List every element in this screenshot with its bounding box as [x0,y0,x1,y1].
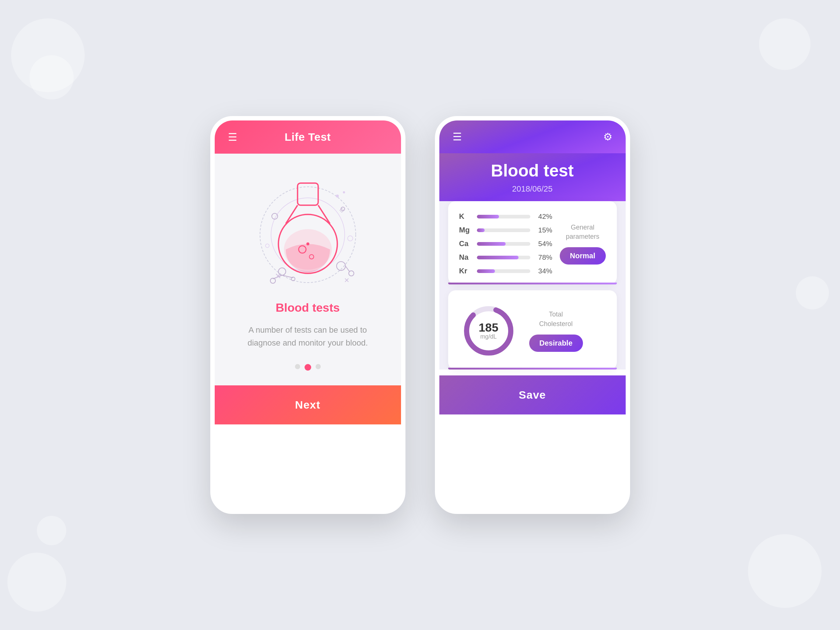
card-divider-1 [448,283,617,285]
cholesterol-card: 185 mg/dL TotalCholesterol Desirable [448,290,617,369]
param-bar-fill [477,215,499,218]
svg-point-25 [336,195,339,198]
cholesterol-value: 185 [479,321,498,333]
general-parameters-card: K42%Mg15%Ca54%Na78%Kr34% Generalparamete… [448,201,617,285]
param-value: 78% [535,253,553,261]
phone1-header: ☰ Life Test [215,120,401,154]
svg-text:◇: ◇ [339,207,344,213]
blood-tests-description: A number of tests can be used to diagnos… [245,323,371,349]
blood-tests-title: Blood tests [275,301,339,315]
svg-line-6 [318,205,330,224]
param-row: Na78% [459,253,553,261]
phone2-footer: Save [439,375,626,415]
phone1-footer: Next [215,385,401,424]
next-button[interactable]: Next [295,399,321,411]
svg-point-9 [306,242,309,245]
phone1: ☰ Life Test [210,116,406,514]
svg-point-20 [349,271,354,276]
param-bar-bg [477,228,530,232]
svg-line-5 [286,205,298,224]
params-list: K42%Mg15%Ca54%Na78%Kr34% [459,212,553,275]
app-title: Life Test [285,131,331,143]
pagination-dots [295,364,321,370]
param-label: Mg [459,226,472,234]
phone2: ☰ ⚙ Blood test 2018/06/25 K42%Mg15%Ca54%… [435,116,630,514]
normal-badge[interactable]: Normal [560,247,606,264]
donut-center: 185 mg/dL [479,321,498,340]
param-label: Ca [459,239,472,248]
param-row: Kr34% [459,267,553,275]
total-cholesterol-label: TotalCholesterol [539,310,573,328]
menu-icon[interactable]: ☰ [228,131,237,143]
cholesterol-right: TotalCholesterol Desirable [529,310,583,351]
param-bar-bg [477,242,530,246]
param-label: K [459,212,472,221]
svg-text:✕: ✕ [275,272,281,281]
svg-point-13 [347,236,353,241]
param-bar-bg [477,269,530,273]
params-right: Generalparameters Normal [560,223,606,264]
general-params-label: Generalparameters [566,223,600,241]
svg-text:✕: ✕ [344,277,349,284]
param-bar-fill [477,242,505,246]
svg-line-18 [282,275,293,278]
param-bar-fill [477,256,518,260]
param-bar-fill [477,269,495,273]
blood-test-date: 2018/06/25 [453,184,613,194]
dot-3[interactable] [316,364,321,369]
phone2-header: ☰ ⚙ [439,120,626,153]
dot-1[interactable] [295,364,300,369]
donut-chart: 185 mg/dL [459,301,518,360]
phones-container: ☰ Life Test [210,116,630,514]
param-value: 42% [535,212,553,221]
param-value: 54% [535,240,553,248]
phone2-settings-icon[interactable]: ⚙ [603,131,613,143]
svg-point-26 [343,191,345,193]
phone2-body: K42%Mg15%Ca54%Na78%Kr34% Generalparamete… [439,201,626,369]
cholesterol-unit: mg/dL [479,333,498,340]
param-bar-fill [477,228,485,232]
flask-illustration: ✕ ✕ ◇ [249,168,367,294]
param-row: Mg15% [459,226,553,234]
svg-line-21 [346,266,349,272]
dot-2[interactable] [305,364,311,370]
param-row: Ca54% [459,239,553,248]
phone2-menu-icon[interactable]: ☰ [453,131,462,143]
phone1-body: ✕ ✕ ◇ Blood tests A number of tests can … [215,154,401,385]
param-label: Kr [459,267,472,275]
save-button[interactable]: Save [518,389,546,401]
param-bar-bg [477,215,530,218]
desirable-badge[interactable]: Desirable [529,334,583,352]
param-value: 34% [535,267,553,275]
param-row: K42% [459,212,553,221]
blood-test-title: Blood test [453,161,613,180]
param-bar-bg [477,256,530,260]
param-value: 15% [535,226,553,234]
param-label: Na [459,253,472,261]
svg-point-12 [265,244,269,248]
card-divider-2 [448,368,617,369]
